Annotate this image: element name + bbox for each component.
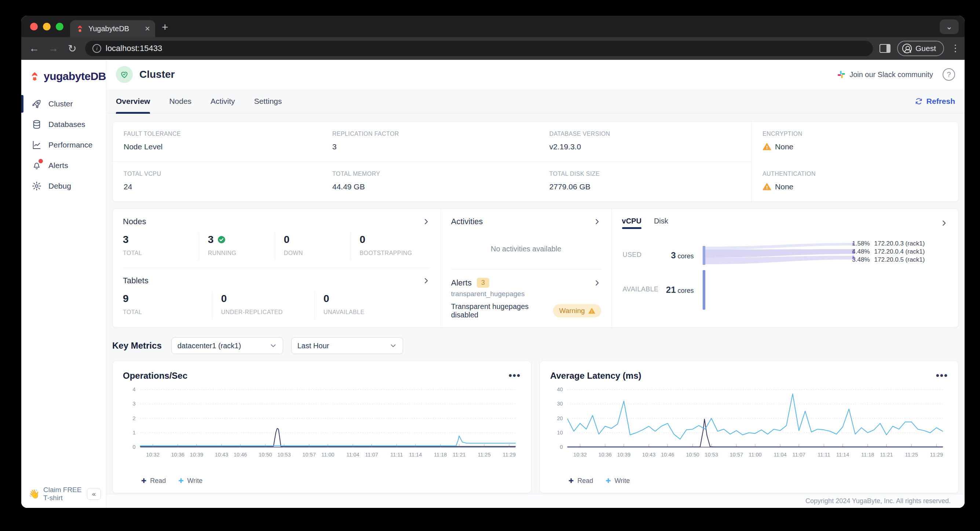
- usage-section: vCPU Disk: [612, 209, 958, 327]
- back-icon[interactable]: ←: [28, 43, 40, 54]
- info-label: DATABASE VERSION: [549, 131, 740, 137]
- sidebar-item-databases[interactable]: Databases: [21, 114, 106, 135]
- browser-menu-icon[interactable]: ⋮: [951, 46, 958, 51]
- chevron-right-icon[interactable]: [940, 219, 948, 227]
- chevron-right-icon[interactable]: [593, 218, 601, 226]
- svg-text:4: 4: [133, 386, 136, 392]
- usage-tab-disk[interactable]: Disk: [654, 217, 668, 229]
- key-metrics-title: Key Metrics: [112, 341, 162, 351]
- claim-tshirt-link[interactable]: Claim FREE T-shirt: [43, 486, 83, 502]
- site-info-icon[interactable]: i: [92, 44, 101, 53]
- usage-tab-vcpu[interactable]: vCPU: [622, 217, 641, 229]
- warning-triangle-icon: [762, 182, 771, 191]
- chart-title: Operations/Sec: [123, 371, 509, 381]
- chevron-right-icon[interactable]: [422, 218, 430, 226]
- svg-text:11:11: 11:11: [390, 452, 403, 458]
- svg-text:10:43: 10:43: [215, 452, 228, 458]
- performance-icon: [32, 140, 42, 150]
- warning-triangle-icon: [588, 308, 595, 314]
- operations-chart-card: Operations/Sec ••• 0123410:3210:3610:391…: [112, 361, 531, 493]
- activities-alerts-section: Activities No activities available Alert…: [441, 209, 612, 327]
- chart-title: Average Latency (ms): [550, 371, 936, 381]
- side-panel-icon[interactable]: [880, 44, 891, 53]
- minimize-window-button[interactable]: [43, 23, 51, 30]
- legend-item-write[interactable]: ✚Write: [606, 477, 630, 485]
- chevron-down-icon: [390, 342, 397, 349]
- refresh-button[interactable]: Refresh: [915, 97, 955, 106]
- yugabytedb-logo[interactable]: yugabyteDB: [21, 60, 106, 94]
- forward-icon[interactable]: →: [47, 43, 59, 54]
- profile-chip[interactable]: Guest: [897, 41, 944, 56]
- alerts-count-badge: 3: [477, 278, 489, 288]
- browser-tabstrip: YugabyteDB × + ⌄: [21, 16, 965, 37]
- footer: Copyright 2024 YugaByte, Inc. All rights…: [107, 494, 965, 508]
- info-label: TOTAL MEMORY: [332, 171, 527, 177]
- activities-empty-message: No activities available: [451, 232, 601, 269]
- info-value: 3: [332, 142, 527, 151]
- svg-text:11:18: 11:18: [861, 452, 874, 458]
- used-label: USED: [623, 251, 642, 259]
- tab-search-caret-icon[interactable]: ⌄: [940, 19, 959, 34]
- close-window-button[interactable]: [30, 23, 38, 30]
- chart-menu-icon[interactable]: •••: [936, 370, 948, 381]
- url-bar[interactable]: i localhost:15433: [85, 41, 873, 56]
- region-select[interactable]: datacenter1 (rack1): [171, 337, 283, 354]
- warning-badge: Warning: [553, 304, 601, 317]
- operations-chart-plot: 0123410:3210:3610:3910:4310:4610:5010:53…: [123, 384, 521, 475]
- svg-text:10:32: 10:32: [573, 452, 587, 458]
- nodes-stat-total: 3 TOTAL: [123, 232, 199, 260]
- node-usage-row: 4.48%172.20.0.4 (rack1): [849, 248, 925, 255]
- browser-tab[interactable]: YugabyteDB ×: [70, 20, 155, 37]
- svg-text:11:04: 11:04: [346, 452, 359, 458]
- latency-chart-plot: 01020304010:3210:3610:3910:4310:4610:501…: [550, 384, 948, 475]
- svg-text:11:18: 11:18: [434, 452, 447, 458]
- tab-close-icon[interactable]: ×: [145, 24, 150, 33]
- svg-text:11:14: 11:14: [836, 452, 849, 458]
- sidebar-item-cluster[interactable]: Cluster: [21, 94, 106, 114]
- svg-text:10:39: 10:39: [190, 452, 203, 458]
- legend-marker: ✚: [606, 477, 611, 485]
- url-text[interactable]: localhost:15433: [106, 44, 162, 53]
- svg-text:20: 20: [557, 415, 563, 421]
- yugabytedb-logo-icon: [29, 70, 40, 83]
- sidebar-item-debug[interactable]: Debug: [21, 176, 106, 196]
- time-range-select-value: Last Hour: [298, 342, 329, 350]
- sidebar-item-alerts[interactable]: Alerts: [21, 155, 106, 176]
- nodes-tablets-section: Nodes 3 TOTAL 3: [113, 209, 441, 327]
- svg-text:10:53: 10:53: [277, 452, 291, 458]
- reload-icon[interactable]: ↻: [66, 43, 78, 55]
- legend-item-read[interactable]: ✚Read: [568, 477, 593, 485]
- chevron-right-icon[interactable]: [422, 277, 430, 285]
- chart-menu-icon[interactable]: •••: [509, 370, 521, 381]
- window-controls[interactable]: [21, 23, 70, 37]
- new-tab-button[interactable]: +: [162, 21, 169, 33]
- sidebar-item-label: Cluster: [48, 99, 73, 108]
- help-icon[interactable]: ?: [943, 68, 955, 81]
- chevron-right-icon[interactable]: [593, 279, 601, 287]
- svg-text:10:53: 10:53: [705, 452, 718, 458]
- info-total-vcpu: TOTAL VCPU 24: [113, 162, 321, 201]
- info-value: Node Level: [124, 142, 310, 151]
- info-fault-tolerance: FAULT TOLERANCE Node Level: [113, 122, 321, 162]
- legend-item-read[interactable]: ✚Read: [141, 477, 166, 485]
- bell-icon: [32, 160, 42, 171]
- maximize-window-button[interactable]: [56, 23, 64, 30]
- slack-community-link[interactable]: Join our Slack community: [837, 70, 933, 79]
- tab-overview[interactable]: Overview: [116, 89, 150, 113]
- warning-triangle-icon: [762, 142, 771, 151]
- page-content: FAULT TOLERANCE Node Level REPLICATION F…: [107, 113, 965, 494]
- check-circle-icon: [217, 235, 226, 244]
- alert-name-link[interactable]: transparent_hugepages: [451, 290, 601, 298]
- svg-text:11:07: 11:07: [792, 452, 805, 458]
- sidebar-item-performance[interactable]: Performance: [21, 135, 106, 155]
- sidebar: yugabyteDB Cluster Databases: [21, 60, 107, 508]
- time-range-select[interactable]: Last Hour: [291, 337, 403, 354]
- charts-row: Operations/Sec ••• 0123410:3210:3610:391…: [112, 361, 959, 493]
- svg-text:11:21: 11:21: [453, 452, 465, 458]
- tab-activity[interactable]: Activity: [210, 89, 235, 113]
- sidebar-collapse-button[interactable]: «: [87, 488, 101, 500]
- legend-item-write[interactable]: ✚Write: [178, 477, 202, 485]
- tab-nodes[interactable]: Nodes: [169, 89, 191, 113]
- tab-settings[interactable]: Settings: [254, 89, 282, 113]
- info-total-disk-size: TOTAL DISK SIZE 2779.06 GB: [538, 162, 751, 201]
